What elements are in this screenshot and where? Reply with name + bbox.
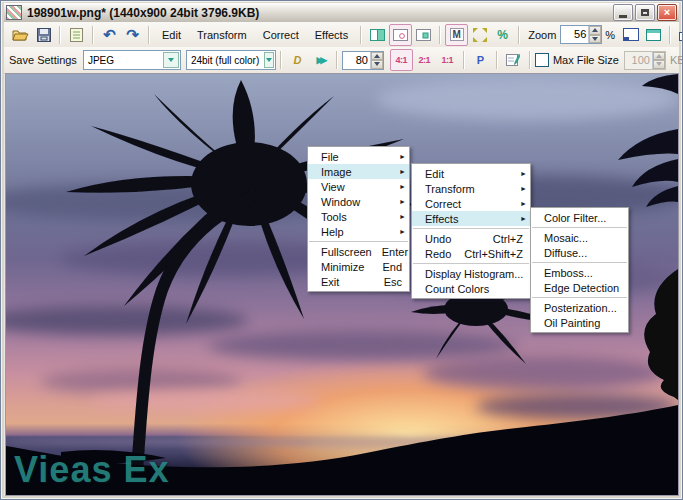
settings-panel-button[interactable] bbox=[65, 24, 88, 46]
quality-down-button[interactable] bbox=[371, 60, 383, 69]
title-bar[interactable]: 198901w.png* (1440x900 24bit 3796.9KB) × bbox=[4, 3, 679, 23]
menu-button-correct[interactable]: Correct bbox=[255, 25, 307, 45]
undo-button[interactable]: ↶ bbox=[98, 24, 121, 46]
new-window-button[interactable] bbox=[642, 24, 665, 46]
fast-forward-icon: ▶▶ bbox=[316, 55, 324, 65]
subsampling-1-1-button[interactable]: 1:1 bbox=[436, 49, 459, 71]
menu-button-edit[interactable]: Edit bbox=[154, 25, 189, 45]
toolbar-separator bbox=[92, 26, 94, 44]
menu-item-redo[interactable]: RedoCtrl+Shift+Z bbox=[412, 246, 530, 261]
submenu-arrow-icon: ► bbox=[399, 213, 406, 220]
subsampling-2-1-button[interactable]: 2:1 bbox=[413, 49, 436, 71]
menu-item-help[interactable]: Help► bbox=[308, 224, 409, 239]
menu-item-exit[interactable]: ExitEsc bbox=[308, 274, 409, 289]
menu-item-effects[interactable]: Effects► bbox=[412, 211, 530, 226]
menu-separator bbox=[532, 262, 627, 263]
menu-item-edit[interactable]: Edit► bbox=[412, 166, 530, 181]
edit-metadata-button[interactable] bbox=[502, 49, 525, 71]
submenu-arrow-icon: ► bbox=[399, 228, 406, 235]
menu-item-image[interactable]: Image► bbox=[308, 164, 409, 179]
subsampling-4-1-button[interactable]: 4:1 bbox=[390, 49, 413, 71]
menu-item-label: Posterization... bbox=[544, 302, 617, 314]
quality-up-button[interactable] bbox=[371, 52, 383, 61]
toolbar-separator bbox=[59, 26, 61, 44]
shortcut-label: Esc bbox=[374, 276, 402, 288]
menu-item-emboss[interactable]: Emboss... bbox=[531, 265, 628, 280]
menu-button-effects[interactable]: Effects bbox=[307, 25, 356, 45]
cascade-icon bbox=[679, 28, 683, 41]
save-button[interactable] bbox=[32, 24, 55, 46]
menu-separator bbox=[413, 228, 529, 229]
menu-item-view[interactable]: View► bbox=[308, 179, 409, 194]
minimize-button[interactable] bbox=[613, 4, 633, 21]
color-depth-select[interactable]: 24bit (full color) bbox=[186, 50, 276, 70]
cascade-windows-button[interactable] bbox=[675, 24, 683, 46]
menu-item-count-colors[interactable]: Count Colors bbox=[412, 281, 530, 296]
menu-item-edge-detection[interactable]: Edge Detection bbox=[531, 280, 628, 295]
menu-item-mosaic[interactable]: Mosaic... bbox=[531, 230, 628, 245]
save-settings-label: Save Settings bbox=[9, 54, 77, 66]
menu-item-label: Display Histogram... bbox=[425, 268, 523, 280]
zoom-down-button[interactable] bbox=[589, 35, 601, 44]
up-arrow-icon bbox=[374, 54, 380, 58]
p-icon: P bbox=[477, 54, 484, 66]
menu-item-label: Minimize bbox=[321, 261, 364, 273]
d-icon: D bbox=[293, 54, 301, 66]
menu-item-fullscreen[interactable]: FullscreenEnter bbox=[308, 244, 409, 259]
split-view-button[interactable] bbox=[366, 24, 389, 46]
depth-dropdown-button[interactable] bbox=[264, 52, 274, 68]
actual-size-button[interactable]: % bbox=[491, 24, 514, 46]
menu-item-label: Effects bbox=[425, 213, 458, 225]
menu-item-transform[interactable]: Transform► bbox=[412, 181, 530, 196]
menu-item-display-histogram[interactable]: Display Histogram... bbox=[412, 266, 530, 281]
m-icon: M bbox=[450, 28, 464, 41]
menu-item-undo[interactable]: UndoCtrl+Z bbox=[412, 231, 530, 246]
menu-item-diffuse[interactable]: Diffuse... bbox=[531, 245, 628, 260]
zoom-spinner[interactable]: 56 bbox=[560, 25, 602, 44]
zoom-up-button[interactable] bbox=[589, 26, 601, 35]
subsampling-4-1-label: 4:1 bbox=[396, 55, 408, 65]
window-p-icon bbox=[416, 29, 431, 41]
progressive-button[interactable]: P bbox=[469, 49, 492, 71]
submenu-arrow-icon: ► bbox=[520, 215, 527, 222]
magnify-toggle-button[interactable]: M bbox=[445, 24, 468, 46]
menu-item-tools[interactable]: Tools► bbox=[308, 209, 409, 224]
menu-item-window[interactable]: Window► bbox=[308, 194, 409, 209]
overview-window-button[interactable] bbox=[389, 24, 412, 46]
teal-window-icon bbox=[646, 29, 661, 41]
menu-item-label: File bbox=[321, 151, 339, 163]
quick-save-button[interactable]: ▶▶ bbox=[309, 49, 332, 71]
open-button[interactable] bbox=[9, 24, 32, 46]
redo-button[interactable]: ↷ bbox=[121, 24, 144, 46]
menu-item-posterization[interactable]: Posterization... bbox=[531, 300, 628, 315]
split-window-icon bbox=[370, 29, 385, 41]
max-file-size-checkbox[interactable] bbox=[535, 53, 549, 67]
default-settings-button[interactable]: D bbox=[286, 49, 309, 71]
submenu-arrow-icon: ► bbox=[520, 200, 527, 207]
preview-window-button[interactable] bbox=[412, 24, 435, 46]
menu-item-label: Emboss... bbox=[544, 267, 593, 279]
menu-item-label: Image bbox=[321, 166, 352, 178]
watermark-text: Vieas Ex bbox=[14, 449, 169, 491]
submenu-arrow-icon: ► bbox=[399, 153, 406, 160]
menu-item-oil-painting[interactable]: Oil Painting bbox=[531, 315, 628, 330]
format-select[interactable]: JPEG bbox=[83, 50, 181, 70]
close-button[interactable]: × bbox=[657, 4, 677, 21]
fullscreen-view-button[interactable] bbox=[619, 24, 642, 46]
menu-item-label: Edit bbox=[425, 168, 444, 180]
menu-item-label: View bbox=[321, 181, 345, 193]
quality-spinner[interactable]: 80 bbox=[342, 51, 384, 70]
menu-button-transform[interactable]: Transform bbox=[189, 25, 255, 45]
menu-item-file[interactable]: File► bbox=[308, 149, 409, 164]
maximize-button[interactable] bbox=[635, 4, 655, 21]
menu-item-label: Redo bbox=[425, 248, 451, 260]
zoom-unit: % bbox=[605, 29, 615, 41]
window-title: 198901w.png* (1440x900 24bit 3796.9KB) bbox=[27, 6, 611, 20]
toolbar-separator bbox=[360, 26, 362, 44]
menu-item-correct[interactable]: Correct► bbox=[412, 196, 530, 211]
effects-submenu: Color Filter... Mosaic... Diffuse... Emb… bbox=[530, 207, 629, 333]
format-dropdown-button[interactable] bbox=[163, 52, 179, 68]
menu-item-minimize[interactable]: MinimizeEnd bbox=[308, 259, 409, 274]
fit-to-window-button[interactable] bbox=[468, 24, 491, 46]
menu-item-color-filter[interactable]: Color Filter... bbox=[531, 210, 628, 225]
